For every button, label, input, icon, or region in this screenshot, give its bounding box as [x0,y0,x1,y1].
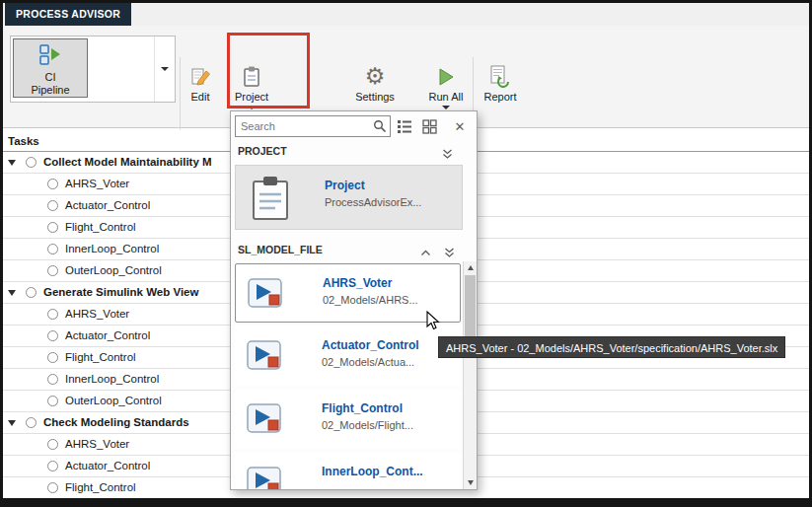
gear-icon: ⚙ [365,61,386,88]
task-status-icon [47,200,58,211]
task-label: InnerLoop_Control [65,369,159,390]
task-label: Actuator_Control [65,456,150,476]
task-status-icon [47,374,58,385]
task-label: OuterLoop_Control [65,260,162,281]
scrollbar-thumb[interactable] [465,275,476,340]
popup-item-project[interactable]: Project ProcessAdvisorEx... [235,165,463,230]
project-section-header: PROJECT [231,141,477,161]
collapse-section-icon[interactable] [444,245,455,264]
project-section-title: PROJECT [238,145,287,157]
task-status-icon [47,330,58,341]
task-group-label: Collect Model Maintainability M [43,152,212,173]
triangle-up-icon [468,265,474,270]
task-label: AHRS_Voter [65,304,129,325]
window-border [0,498,812,507]
tab-strip: PROCESS ADVISOR [0,0,812,26]
project-clipboard-icon [250,175,291,224]
model-section-title: SL_MODEL_FILE [238,244,323,255]
search-icon [373,119,387,135]
popup-item-name: Flight_Control [322,401,403,415]
report-icon [489,61,511,88]
scrollbar-up-button[interactable] [464,261,477,274]
popup-item-detail: 02_Models/Flight... [322,419,413,431]
task-label: OuterLoop_Control [65,391,162,411]
simulink-model-icon [247,467,282,490]
task-status-icon [26,417,37,428]
list-view-button[interactable] [395,117,414,136]
task-status-icon [47,352,58,363]
popup-item-detail: 02_Models/AHRS... [323,294,418,306]
task-status-icon [47,461,58,471]
popup-item-name: AHRS_Voter [323,276,392,290]
model-section-header: SL_MODEL_FILE [231,240,477,259]
scroll-up-section-icon[interactable] [420,245,431,264]
close-icon: ✕ [455,117,466,136]
window-border [0,0,812,3]
collapse-section-icon[interactable] [442,146,453,166]
scrollbar-down-button[interactable] [464,476,477,489]
task-status-icon [26,157,37,168]
window-border [0,0,3,507]
project-dropdown-popup: ✕ PROJECT Project P [230,110,478,490]
task-label: Flight_Control [65,477,136,498]
annotation-highlight-box [227,33,310,109]
collapse-triangle-icon[interactable] [8,420,16,426]
task-status-icon [47,179,58,189]
edit-icon [190,61,211,88]
close-popup-button[interactable]: ✕ [450,117,470,136]
task-label: AHRS_Voter [65,434,129,455]
tab-process-advisor[interactable]: PROCESS ADVISOR [5,3,131,26]
task-status-icon [47,265,58,276]
task-label: Flight_Control [65,217,136,238]
popup-item-detail: ProcessAdvisorEx... [325,196,421,208]
task-group-label: Check Modeling Standards [43,412,189,433]
chevron-down-icon [442,106,450,109]
task-status-icon [47,309,58,320]
chevron-down-icon [161,67,169,71]
task-label: Actuator_Control [65,326,150,346]
popup-item-name: Project [325,179,365,192]
tooltip: AHRS_Voter - 02_Models/AHRS_Voter/specif… [438,336,785,358]
search-field [235,115,391,137]
task-status-icon [47,396,58,406]
cursor-pointer [425,311,443,334]
popup-item-name: Actuator_Control [322,338,419,352]
task-status-icon [47,482,58,493]
popup-item-detail: 02_Models/Actua... [322,356,414,368]
collapse-triangle-icon[interactable] [8,160,16,166]
simulink-model-icon [247,403,282,436]
task-label: InnerLoop_Control [65,239,159,259]
ci-pipeline-icon [38,39,62,71]
collapse-triangle-icon[interactable] [8,290,16,296]
task-status-icon [47,244,58,254]
report-label: Report [483,91,516,103]
report-button[interactable]: Report [478,61,523,132]
task-label: AHRS_Voter [65,174,129,194]
run-all-label: Run All [429,91,464,103]
task-label: Flight_Control [65,347,136,368]
simulink-model-icon [248,278,283,311]
settings-label: Settings [355,91,395,103]
popup-item-model[interactable]: Actuator_Control 02_Models/Actua... [235,326,461,386]
ci-pipeline-button[interactable]: CI Pipeline [13,38,88,98]
grid-view-button[interactable] [419,117,439,136]
task-status-icon [47,222,58,233]
popup-item-model[interactable]: InnerLoop_Cont... [235,453,461,490]
run-all-icon [435,61,457,88]
process-advisor-window: PROCESS ADVISOR CI Pipeline PROCESS [0,0,812,507]
task-status-icon [47,439,58,450]
edit-button[interactable]: Edit [182,61,219,132]
process-gallery: CI Pipeline [10,36,176,103]
task-group-label: Generate Simulink Web View [43,282,198,303]
triangle-down-icon [468,480,474,485]
popup-scrollbar[interactable] [463,261,477,489]
simulink-model-icon [247,340,282,373]
edit-label: Edit [191,91,210,103]
popup-item-name: InnerLoop_Cont... [322,465,423,478]
popup-item-model[interactable]: Flight_Control 02_Models/Flight... [235,390,461,449]
search-input[interactable] [235,115,391,137]
task-label: Actuator_Control [65,195,150,216]
ci-pipeline-label-line2: Pipeline [31,84,69,97]
ci-pipeline-label-line1: CI [45,71,56,84]
process-gallery-dropdown-button[interactable] [154,36,175,102]
